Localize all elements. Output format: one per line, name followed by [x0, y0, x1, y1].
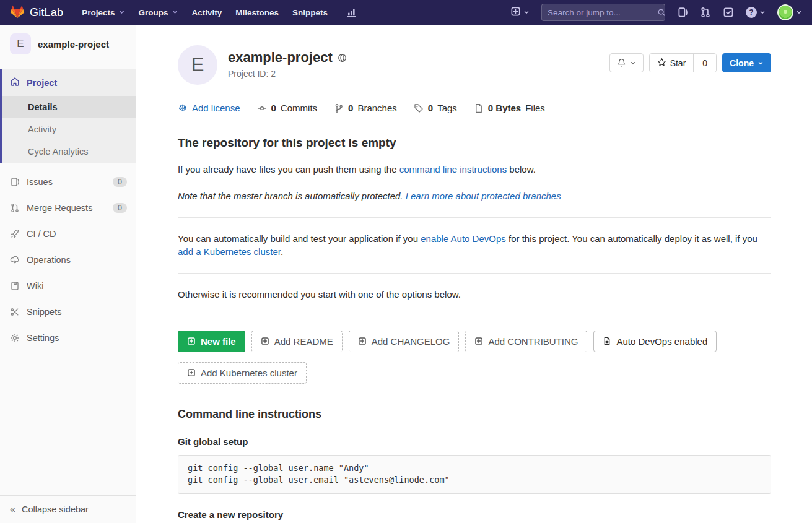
- project-avatar-small: E: [10, 33, 31, 54]
- sidebar-item-operations[interactable]: Operations: [0, 247, 136, 273]
- divider: [178, 217, 771, 218]
- plus-square-icon: [187, 337, 196, 345]
- commit-icon: [257, 103, 267, 113]
- new-menu-button[interactable]: [510, 6, 530, 19]
- divider: [178, 316, 771, 316]
- scissors-icon: [10, 307, 20, 317]
- collapse-sidebar-button[interactable]: « Collapse sidebar: [0, 495, 136, 523]
- plus-square-icon: [358, 337, 367, 345]
- sidebar-nav: Issues 0 Merge Requests 0 CI / CD: [0, 169, 136, 351]
- nav-projects[interactable]: Projects: [82, 8, 124, 17]
- sidebar-item-settings[interactable]: Settings: [0, 325, 136, 351]
- otherwise-text: Otherwise it is recommended you start wi…: [178, 288, 771, 301]
- sidebar-item-wiki[interactable]: Wiki: [0, 273, 136, 299]
- analytics-chart-icon[interactable]: [346, 7, 357, 18]
- plus-square-icon: [187, 368, 196, 377]
- header-actions: Star 0 Clone: [609, 45, 771, 72]
- nav-groups[interactable]: Groups: [139, 8, 178, 17]
- issues-icon[interactable]: [677, 7, 688, 18]
- add-changelog-button[interactable]: Add CHANGELOG: [349, 331, 460, 352]
- help-menu[interactable]: ?: [746, 7, 766, 18]
- quick-actions-row-1: New file Add README Add CHANGELOG: [178, 331, 771, 352]
- plus-square-icon: [510, 6, 521, 19]
- tag-icon: [414, 103, 424, 113]
- add-kubernetes-cluster-button[interactable]: Add Kubernetes cluster: [178, 362, 307, 384]
- help-icon: ?: [746, 7, 757, 18]
- home-icon: [10, 77, 20, 89]
- nav-milestones[interactable]: Milestones: [235, 8, 279, 17]
- sidebar-project-header[interactable]: E example-project: [0, 25, 136, 64]
- quick-actions-row-2: Add Kubernetes cluster: [178, 362, 771, 384]
- new-file-button[interactable]: New file: [178, 331, 245, 352]
- sidebar-section-project: Project Details Activity Cycle Analytics: [0, 69, 136, 163]
- project-avatar: E: [178, 45, 217, 85]
- chevron-down-icon: [630, 60, 636, 66]
- sidebar-item-issues[interactable]: Issues 0: [0, 169, 136, 195]
- merge-requests-count-badge: 0: [113, 203, 127, 213]
- empty-repo-heading: The repository for this project is empty: [178, 136, 771, 150]
- plus-square-icon: [474, 337, 483, 345]
- gitlab-project-page: GitLab Projects Groups Activity Mileston…: [0, 0, 812, 523]
- merge-requests-icon[interactable]: [700, 7, 711, 18]
- file-icon: [474, 103, 484, 113]
- files-stat[interactable]: 0 Bytes Files: [474, 103, 545, 113]
- navbar-right: ?: [510, 4, 802, 21]
- sidebar-item-snippets[interactable]: Snippets: [0, 299, 136, 325]
- chevron-down-icon: [757, 60, 764, 66]
- search-icon: [657, 8, 666, 17]
- global-search: [541, 4, 665, 21]
- divider: [178, 273, 771, 274]
- add-readme-button[interactable]: Add README: [251, 331, 343, 352]
- create-repo-heading: Create a new repository: [178, 509, 771, 520]
- sidebar-item-activity[interactable]: Activity: [2, 118, 136, 140]
- commits-stat[interactable]: 0 Commits: [257, 103, 318, 113]
- avatar: [777, 4, 793, 20]
- auto-devops-enabled-button[interactable]: Auto DevOps enabled: [593, 331, 717, 352]
- gear-icon: [10, 333, 20, 343]
- rocket-icon: [10, 229, 20, 239]
- issues-icon: [10, 177, 20, 187]
- sidebar-item-merge-requests[interactable]: Merge Requests 0: [0, 195, 136, 221]
- command-line-instructions-link[interactable]: command line instructions: [399, 164, 507, 175]
- main-content: E example-project Project ID: 2: [136, 25, 812, 523]
- top-navbar: GitLab Projects Groups Activity Mileston…: [0, 0, 812, 25]
- protected-branch-note: Note that the master branch is automatic…: [178, 189, 771, 203]
- sidebar-item-project[interactable]: Project: [2, 69, 136, 96]
- notification-dropdown-button[interactable]: [609, 53, 644, 72]
- add-kubernetes-cluster-link[interactable]: add a Kubernetes cluster: [178, 246, 281, 257]
- sidebar-project-name: example-project: [38, 39, 109, 50]
- nav-snippets[interactable]: Snippets: [292, 8, 328, 17]
- branches-stat[interactable]: 0 Branches: [334, 103, 397, 113]
- push-instructions-text: If you already have files you can push t…: [178, 163, 771, 176]
- branch-icon: [334, 103, 344, 113]
- star-button[interactable]: Star: [650, 54, 694, 72]
- gitlab-logo[interactable]: GitLab: [10, 4, 63, 21]
- sidebar-item-ci-cd[interactable]: CI / CD: [0, 221, 136, 247]
- auto-devops-text: You can automatically build and test you…: [178, 232, 771, 259]
- merge-request-icon: [10, 203, 20, 213]
- nav-activity[interactable]: Activity: [192, 8, 222, 17]
- git-global-setup-code[interactable]: git config --global user.name "Andy" git…: [178, 455, 771, 494]
- todos-icon[interactable]: [723, 7, 734, 18]
- tags-stat[interactable]: 0 Tags: [414, 103, 457, 113]
- double-chevron-left-icon: «: [10, 504, 15, 515]
- add-contributing-button[interactable]: Add CONTRIBUTING: [465, 331, 587, 352]
- nav-menu: Projects Groups Activity Milestones Snip…: [82, 7, 357, 18]
- tanuki-icon: [10, 4, 25, 21]
- star-count[interactable]: 0: [693, 54, 716, 72]
- page-title: example-project: [228, 50, 333, 66]
- protected-branches-link[interactable]: Learn more about protected branches: [406, 191, 561, 201]
- star-icon: [657, 58, 666, 69]
- visibility-public-icon: [338, 53, 347, 63]
- user-menu[interactable]: [777, 4, 802, 20]
- sidebar-item-details[interactable]: Details: [2, 96, 136, 118]
- clone-button[interactable]: Clone: [722, 53, 771, 72]
- enable-auto-devops-link[interactable]: enable Auto DevOps: [421, 233, 506, 244]
- project-stats: Add license 0 Commits 0 Branches: [178, 103, 771, 113]
- search-input[interactable]: [548, 8, 657, 17]
- chevron-down-icon: [796, 9, 802, 15]
- chevron-down-icon: [172, 8, 178, 17]
- sidebar-item-cycle-analytics[interactable]: Cycle Analytics: [2, 140, 136, 163]
- add-license-link[interactable]: Add license: [178, 103, 240, 113]
- book-icon: [10, 281, 20, 291]
